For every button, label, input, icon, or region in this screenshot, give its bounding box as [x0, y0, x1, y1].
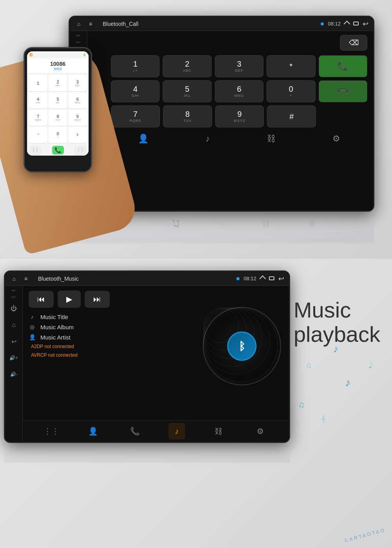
phone-call-label: 选电话	[54, 67, 62, 71]
dialpad-key-2[interactable]: 2 ABC	[163, 55, 211, 77]
bottom-radio-sidebar: MIC RST ⏻ ⌂ ↩ 🔊+ 🔊-	[5, 286, 23, 442]
bottom-time: 08:12	[243, 276, 256, 281]
dialpad-key-6[interactable]: 6 MNO	[215, 80, 263, 102]
dialpad-key-star[interactable]: *	[267, 55, 315, 77]
bottom-section: Music playback ♪ ♩ 𝄞 ♫ ♪ ♩ ♫ ♪ ♩ 𝄞 CARTA…	[0, 259, 392, 548]
bottom-back-icon: ↩	[278, 274, 284, 283]
nav-link-icon[interactable]: ⛓	[210, 423, 227, 439]
phone-signal: 📶	[29, 53, 33, 56]
phone-battery: 🔋	[83, 53, 86, 56]
bottom-mic-label: MIC	[12, 289, 16, 292]
play-button[interactable]: ▶	[58, 290, 81, 308]
bottom-status-left: ⌂ ≡	[10, 274, 30, 283]
phone-key-star[interactable]: *	[29, 127, 47, 143]
music-icon[interactable]: ♪	[205, 134, 210, 144]
vinyl-record: ᛒ	[203, 307, 281, 385]
phone-device: 📶 🔋 10086 选电话 1 2ABC 3DEF 4GHI 5JKL 6MNO…	[24, 47, 92, 172]
bottom-sidebar-home[interactable]: ⌂	[7, 319, 20, 331]
bottom-sidebar-back[interactable]: ↩	[7, 335, 20, 348]
bluetooth-symbol: ᛒ	[239, 340, 245, 352]
track-title-label: Music Title	[40, 314, 68, 320]
bottom-home-icon[interactable]: ⌂	[10, 274, 18, 283]
window-icon	[353, 21, 359, 27]
dialpad-key-0[interactable]: 0 +	[267, 80, 315, 102]
nav-contact-icon[interactable]: 👤	[85, 423, 102, 439]
phone-key-3[interactable]: 3DEF	[68, 75, 87, 91]
link-icon[interactable]: ⛓	[267, 134, 276, 144]
dialpad-key-hash[interactable]: #	[267, 105, 316, 127]
bottom-expand-icon	[260, 275, 265, 282]
top-section: 📶 🔋 10086 选电话 1 2ABC 3DEF 4GHI 5JKL 6MNO…	[0, 0, 392, 259]
delete-button[interactable]: ⌫	[340, 35, 367, 51]
dialpad-key-5[interactable]: 5 JKL	[163, 80, 211, 102]
music-screen-content: ⏮ ▶ ⏭	[23, 286, 289, 442]
music-note-icon: ♪	[29, 313, 36, 320]
album-icon: ◎	[29, 323, 36, 330]
phone-key-1[interactable]: 1	[29, 75, 47, 91]
screen-title: Bluetooth_Call	[103, 21, 321, 27]
phone-key-8[interactable]: 8TUV	[48, 109, 67, 126]
car-radio-bottom: ⌂ ≡ Bluetooth_Music 08:12 ↩ MIC RST ⏻ ⌂ …	[4, 270, 290, 443]
phone-key-hash[interactable]: #	[68, 127, 87, 143]
phone-number: 10086	[50, 61, 65, 67]
bottom-window-icon	[269, 276, 274, 281]
phone-key-4[interactable]: 4GHI	[29, 92, 47, 109]
track-info: ᛒ ♪ Music Title ◎ Music Album 👤 Music Ar…	[23, 311, 289, 420]
phone-screen: 📶 🔋 10086 选电话 1 2ABC 3DEF 4GHI 5JKL 6MNO…	[27, 51, 89, 156]
phone-key-0[interactable]: 0+	[48, 127, 67, 143]
note-10: 𝄞	[321, 416, 325, 423]
dialpad-call-button[interactable]: 📞	[319, 55, 367, 77]
dialpad-key-3[interactable]: 3 DEF	[215, 55, 263, 77]
phone-key-extra1[interactable]: ⋮⋮	[29, 146, 41, 154]
contact-icon[interactable]: 👤	[138, 134, 149, 144]
track-album-label: Music Album	[40, 324, 74, 330]
brand-watermark: CARTAOTAO	[344, 527, 386, 543]
bluetooth-center: ᛒ	[227, 332, 257, 361]
note-7: ♫	[298, 400, 305, 410]
prev-button[interactable]: ⏮	[29, 291, 54, 308]
nav-phone-icon[interactable]: 📞	[127, 423, 143, 439]
bluetooth-indicator	[321, 22, 324, 25]
vinyl-disc: ᛒ	[203, 307, 281, 385]
bottom-nav-bar: ⋮⋮ 👤 📞 ♪ ⛓ ⚙	[23, 420, 289, 442]
phone-key-2[interactable]: 2ABC	[48, 75, 67, 91]
nav-grid-icon[interactable]: ⋮⋮	[43, 423, 60, 439]
bottom-reflection	[4, 443, 290, 463]
nav-music-icon[interactable]: ♪	[169, 423, 185, 439]
bottom-menu-icon[interactable]: ≡	[22, 274, 30, 283]
dialpad-key-9[interactable]: 9 WXYZ	[215, 105, 264, 127]
phone-status-bar: 📶 🔋	[27, 51, 89, 58]
expand-icon	[345, 20, 349, 27]
phone-key-6[interactable]: 6MNO	[68, 92, 87, 109]
avrcp-warning-text: AVRCP not connected	[29, 352, 78, 358]
bottom-sidebar-volup[interactable]: 🔊+	[7, 352, 20, 364]
phone-key-9[interactable]: 9WXYZ	[68, 109, 87, 126]
bottom-sidebar-power[interactable]: ⏻	[7, 302, 20, 315]
radio-bottom-status-bar: ⌂ ≡ Bluetooth_Music 08:12 ↩	[5, 272, 289, 286]
bottom-screen-title: Bluetooth_Music	[38, 276, 236, 282]
radio-dialpad-content: ⌫ 1 ⌂∘ 2 ABC 3 DEF *	[87, 31, 373, 210]
a2dp-warning-text: A2DP not connected	[29, 344, 74, 349]
phone-key-extra2[interactable]: ⋮⋮	[74, 146, 86, 154]
phone-key-call[interactable]: 📞	[52, 146, 64, 154]
bottom-sidebar-voldown[interactable]: 🔊-	[7, 368, 20, 381]
note-4: ♫	[306, 361, 312, 370]
bottom-rst-label: RST	[11, 296, 16, 298]
phone-keypad: 1 2ABC 3DEF 4GHI 5JKL 6MNO 7PQRS 8TUV 9W…	[27, 73, 89, 145]
hand-with-phone: 📶 🔋 10086 选电话 1 2ABC 3DEF 4GHI 5JKL 6MNO…	[0, 24, 125, 235]
bottom-status-right: 08:12 ↩	[236, 274, 284, 283]
artist-icon: 👤	[29, 334, 36, 341]
status-time: 08:12	[328, 21, 341, 27]
dialpad-endcall-button[interactable]: 📞	[319, 80, 367, 102]
music-heading: Music playback	[294, 298, 380, 346]
settings-icon[interactable]: ⚙	[332, 134, 340, 144]
dialpad-key-8[interactable]: 8 TUV	[163, 105, 212, 127]
phone-key-5[interactable]: 5JKL	[48, 92, 67, 109]
phone-key-7[interactable]: 7PQRS	[29, 109, 47, 126]
next-button[interactable]: ⏭	[85, 291, 110, 308]
nav-settings-icon[interactable]: ⚙	[252, 423, 269, 439]
phone-dial-display: 10086 选电话	[27, 58, 89, 73]
music-playback-label: Music playback	[294, 298, 380, 346]
bottom-bt-indicator	[236, 277, 240, 280]
note-9: ♩	[368, 361, 372, 370]
